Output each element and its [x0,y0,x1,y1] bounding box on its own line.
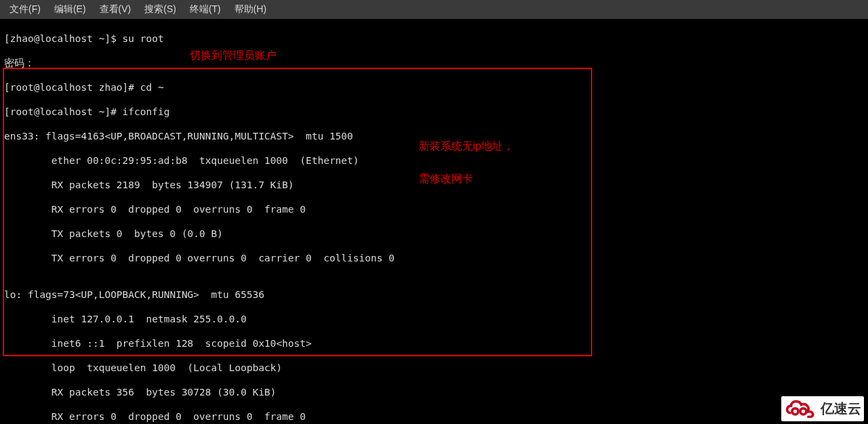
term-line: TX errors 0 dropped 0 overruns 0 carrier… [4,252,864,264]
svg-point-1 [800,408,806,415]
term-line: TX packets 0 bytes 0 (0.0 B) [4,228,864,240]
term-line: RX errors 0 dropped 0 overruns 0 frame 0 [4,410,864,423]
term-line: inet 127.0.0.1 netmask 255.0.0.0 [4,313,864,325]
cloud-logo-icon [784,398,817,420]
menu-help[interactable]: 帮助(H) [228,1,273,18]
annotation-no-ip-line1: 新装系统无ip地址， [419,140,514,152]
menu-file[interactable]: 文件(F) [3,1,47,18]
menu-terminal[interactable]: 终端(T) [183,1,228,18]
term-line: RX errors 0 dropped 0 overruns 0 frame 0 [4,203,864,215]
term-line: RX packets 2189 bytes 134907 (131.7 KiB) [4,179,864,191]
term-line: 密码： [4,57,864,69]
term-line: ens33: flags=4163<UP,BROADCAST,RUNNING,M… [4,130,864,142]
watermark-text: 亿速云 [821,400,861,418]
term-line: [root@localhost zhao]# cd ~ [4,81,864,93]
term-line: inet6 ::1 prefixlen 128 scopeid 0x10<hos… [4,337,864,349]
watermark: 亿速云 [781,396,864,421]
term-line: ether 00:0c:29:95:ad:b8 txqueuelen 1000 … [4,154,864,167]
term-line: loop txqueuelen 1000 (Local Loopback) [4,362,864,374]
terminal-area[interactable]: [zhao@localhost ~]$ su root 密码： [root@lo… [0,19,868,424]
menu-edit[interactable]: 编辑(E) [47,1,93,18]
menu-view[interactable]: 查看(V) [93,1,138,18]
term-line: [root@localhost ~]# ifconfig [4,106,864,118]
svg-point-0 [792,408,798,415]
term-line: RX packets 356 bytes 30728 (30.0 KiB) [4,386,864,398]
term-line: [zhao@localhost ~]$ su root [4,33,864,45]
menubar: 文件(F) 编辑(E) 查看(V) 搜索(S) 终端(T) 帮助(H) [0,0,868,19]
menu-search[interactable]: 搜索(S) [138,1,183,18]
term-line: lo: flags=73<UP,LOOPBACK,RUNNING> mtu 65… [4,289,864,301]
